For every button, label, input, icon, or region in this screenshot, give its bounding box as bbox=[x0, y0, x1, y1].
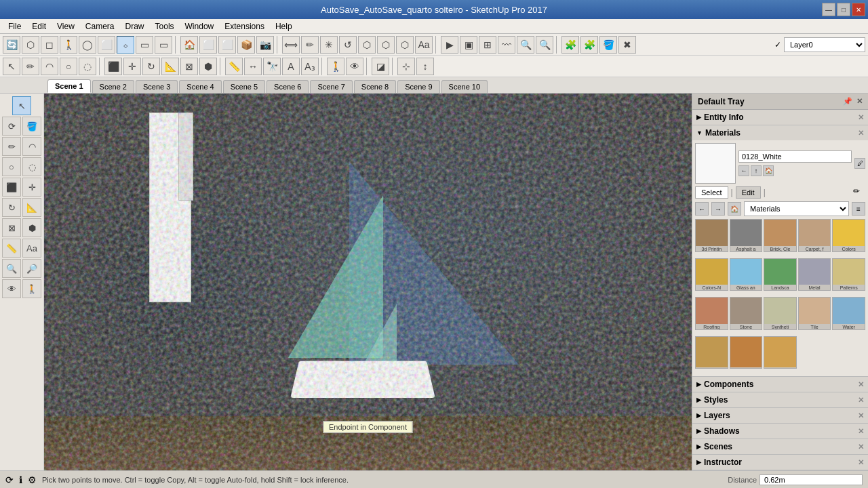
tool-search[interactable]: 🔍 bbox=[517, 36, 534, 54]
tool-protr[interactable]: 🔭 bbox=[263, 58, 281, 75]
tool-eraser[interactable]: ✖ bbox=[618, 36, 636, 54]
menu-tools[interactable]: Tools bbox=[150, 20, 180, 33]
tool-arc[interactable]: ◠ bbox=[41, 58, 58, 75]
tool-circle2[interactable]: ○ bbox=[60, 58, 77, 75]
tool-arrows[interactable]: ⟺ bbox=[282, 36, 300, 54]
tool-push[interactable]: ⬛ bbox=[104, 58, 122, 75]
left-tool-orbit[interactable]: ⟳ bbox=[2, 117, 21, 136]
left-tool-select[interactable]: ↖ bbox=[12, 96, 31, 115]
tool-walk2[interactable]: 🚶 bbox=[327, 58, 344, 75]
tool-move[interactable]: ✛ bbox=[123, 58, 141, 75]
mat-detail-btn[interactable]: ≡ bbox=[852, 202, 865, 216]
left-tool-offset2[interactable]: ⬢ bbox=[22, 218, 41, 237]
mat-btn2[interactable]: ↑ bbox=[751, 165, 762, 176]
tool-pencil[interactable]: ✏ bbox=[22, 58, 39, 75]
tool-3dtext[interactable]: A₃ bbox=[301, 58, 319, 75]
shadows-close[interactable]: ✕ bbox=[858, 427, 864, 436]
left-tool-push2[interactable]: ⬛ bbox=[2, 178, 21, 197]
menu-edit[interactable]: Edit bbox=[26, 20, 52, 33]
menu-help[interactable]: Help bbox=[270, 20, 298, 33]
left-tool-arc2[interactable]: ◠ bbox=[22, 137, 41, 156]
tool-star[interactable]: ✳ bbox=[320, 36, 338, 54]
tool-poly1[interactable]: ⬡ bbox=[358, 36, 376, 54]
mat-thumb-1[interactable]: Asphalt a bbox=[730, 219, 763, 252]
tool-dim2[interactable]: ↕ bbox=[416, 58, 434, 75]
components-close[interactable]: ✕ bbox=[858, 380, 864, 389]
tool-frame2[interactable]: ▭ bbox=[155, 36, 172, 54]
tool-rect2[interactable]: ⬜ bbox=[98, 36, 115, 54]
mat-thumb-5[interactable]: Colors-N bbox=[695, 258, 728, 291]
tool-zoom2[interactable]: 🔍 bbox=[536, 36, 553, 54]
tab-scene1[interactable]: Scene 1 bbox=[47, 79, 91, 93]
mat-thumb-7[interactable]: Landsca bbox=[764, 258, 797, 291]
tab-scene2[interactable]: Scene 2 bbox=[92, 80, 134, 93]
mat-sample-btn[interactable]: 🖊 bbox=[854, 158, 865, 169]
layer-dropdown[interactable]: Layer0 bbox=[784, 37, 865, 52]
instructor-close[interactable]: ✕ bbox=[858, 458, 864, 467]
tool-frame1[interactable]: ▭ bbox=[136, 36, 153, 54]
tool-camera2[interactable]: 📷 bbox=[256, 36, 274, 54]
tool-iso[interactable]: ⬡ bbox=[22, 36, 39, 54]
tool-select[interactable]: ↖ bbox=[3, 58, 20, 75]
tool-rotate[interactable]: ↻ bbox=[142, 58, 160, 75]
tool-view2[interactable]: ▣ bbox=[460, 36, 477, 54]
left-tool-look2[interactable]: 👁 bbox=[2, 279, 21, 298]
minimize-button[interactable]: — bbox=[822, 3, 835, 16]
scenes-close[interactable]: ✕ bbox=[858, 443, 864, 451]
mat-back-btn[interactable]: ← bbox=[695, 202, 709, 216]
material-name-input[interactable] bbox=[738, 150, 852, 163]
mat-pencil-btn[interactable]: ✏ bbox=[853, 186, 865, 199]
tool-tape[interactable]: 📏 bbox=[225, 58, 243, 75]
tab-scene3[interactable]: Scene 3 bbox=[136, 80, 178, 93]
mat-thumb-11[interactable]: Stone bbox=[730, 297, 763, 330]
materials-close[interactable]: ✕ bbox=[858, 129, 864, 138]
mat-thumb-14[interactable]: Water bbox=[832, 297, 865, 330]
layers-header[interactable]: ▶ Layers ✕ bbox=[692, 408, 868, 423]
layers-close[interactable]: ✕ bbox=[858, 411, 864, 420]
mat-home-btn[interactable]: 🏠 bbox=[728, 202, 741, 216]
mat-tab-select[interactable]: Select bbox=[695, 186, 728, 199]
tool-look[interactable]: 👁 bbox=[346, 58, 363, 75]
tray-close-btn[interactable]: ✕ bbox=[856, 97, 863, 106]
styles-header[interactable]: ▶ Styles ✕ bbox=[692, 392, 868, 407]
status-icon3[interactable]: ⚙ bbox=[28, 474, 37, 485]
tool-house[interactable]: 🏠 bbox=[180, 36, 198, 54]
menu-camera[interactable]: Camera bbox=[80, 20, 120, 33]
mat-thumb-3[interactable]: Carpet, f bbox=[798, 219, 831, 252]
mat-thumb-9[interactable]: Patterns bbox=[832, 258, 865, 291]
tool-paint[interactable]: 🪣 bbox=[599, 36, 617, 54]
left-tool-tape2[interactable]: 📏 bbox=[2, 239, 21, 258]
tool-freehand[interactable]: 〰 bbox=[498, 36, 515, 54]
mat-thumb-16[interactable] bbox=[730, 336, 763, 369]
materials-header[interactable]: ▼ Materials ✕ bbox=[692, 125, 868, 140]
menu-draw[interactable]: Draw bbox=[120, 20, 150, 33]
menu-extensions[interactable]: Extensions bbox=[219, 20, 270, 33]
tool-walk[interactable]: 🚶 bbox=[60, 36, 77, 54]
scenes-header[interactable]: ▶ Scenes ✕ bbox=[692, 439, 868, 454]
left-tool-circle4[interactable]: ○ bbox=[2, 157, 21, 176]
left-tool-rotate2[interactable]: ↻ bbox=[2, 198, 21, 217]
mat-thumb-4[interactable]: Colors bbox=[832, 219, 865, 252]
tool-component1[interactable]: 🧩 bbox=[561, 36, 579, 54]
left-tool-paint2[interactable]: 🪣 bbox=[22, 117, 41, 136]
tab-scene10[interactable]: Scene 10 bbox=[441, 80, 488, 93]
tool-circle3[interactable]: ◌ bbox=[79, 58, 96, 75]
tab-scene9[interactable]: Scene 9 bbox=[397, 80, 439, 93]
tool-poly2[interactable]: ⬡ bbox=[377, 36, 395, 54]
left-tool-text3[interactable]: Aa bbox=[22, 239, 41, 258]
left-tool-walk3[interactable]: 🚶 bbox=[22, 279, 41, 298]
left-tool-move2[interactable]: ✛ bbox=[22, 178, 41, 197]
tool-perspective[interactable]: ◻ bbox=[41, 36, 58, 54]
mat-thumb-13[interactable]: Tile bbox=[798, 297, 831, 330]
mat-thumb-0[interactable]: 3d Printin bbox=[695, 219, 728, 252]
tab-scene8[interactable]: Scene 8 bbox=[354, 80, 396, 93]
mat-btn1[interactable]: ← bbox=[738, 165, 749, 176]
tab-scene4[interactable]: Scene 4 bbox=[179, 80, 221, 93]
tool-circle[interactable]: ◯ bbox=[79, 36, 96, 54]
tab-scene5[interactable]: Scene 5 bbox=[223, 80, 265, 93]
left-tool-circ5[interactable]: ◌ bbox=[22, 157, 41, 176]
left-tool-follow2[interactable]: 📐 bbox=[22, 198, 41, 217]
entity-info-header[interactable]: ▶ Entity Info ✕ bbox=[692, 110, 868, 125]
menu-file[interactable]: File bbox=[3, 20, 26, 33]
instructor-header[interactable]: ▶ Instructor ✕ bbox=[692, 455, 868, 470]
